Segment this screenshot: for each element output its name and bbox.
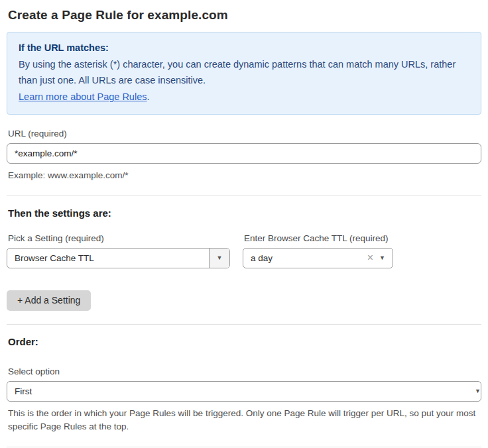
ttl-setting-dropdown[interactable]: a day × ▼ [243,248,393,268]
info-callout-heading: If the URL matches: [19,40,469,56]
add-setting-button[interactable]: + Add a Setting [7,290,91,311]
info-callout-link-line: Learn more about Page Rules. [19,89,469,105]
pick-setting-arrow-cell[interactable]: ▼ [209,249,229,268]
pick-setting-column: Pick a Setting (required) Browser Cache … [7,233,230,268]
section-divider [7,196,481,196]
url-field-label: URL (required) [8,129,481,139]
pick-setting-value: Browser Cache TTL [7,253,209,263]
order-section-heading: Order: [8,336,481,347]
chevron-down-icon: ▼ [379,255,393,261]
learn-more-link[interactable]: Learn more about Page Rules [19,91,147,102]
section-divider [7,447,481,447]
order-select-label: Select option [8,366,481,376]
page-title: Create a Page Rule for example.com [8,8,481,23]
order-help-text: This is the order in which your Page Rul… [8,407,481,434]
order-dropdown-value: First [7,386,475,396]
order-dropdown[interactable]: First ▼ [7,381,481,402]
url-match-info-callout: If the URL matches: By using the asteris… [7,32,481,115]
link-suffix-period: . [147,91,149,102]
section-divider [7,324,481,325]
ttl-setting-label: Enter Browser Cache TTL (required) [244,233,393,243]
url-input[interactable] [7,143,481,164]
ttl-setting-value: a day [243,253,363,263]
chevron-down-icon: ▼ [475,388,481,394]
settings-section-heading: Then the settings are: [8,207,481,219]
ttl-setting-column: Enter Browser Cache TTL (required) a day… [243,233,393,268]
url-example-hint: Example: www.example.com/* [8,169,481,182]
pick-setting-dropdown[interactable]: Browser Cache TTL ▼ [7,248,230,268]
clear-icon[interactable]: × [363,252,379,263]
info-callout-body: By using the asterisk (*) character, you… [19,56,469,89]
settings-row: Pick a Setting (required) Browser Cache … [7,233,481,268]
pick-setting-label: Pick a Setting (required) [8,233,230,243]
chevron-down-icon: ▼ [217,255,223,261]
